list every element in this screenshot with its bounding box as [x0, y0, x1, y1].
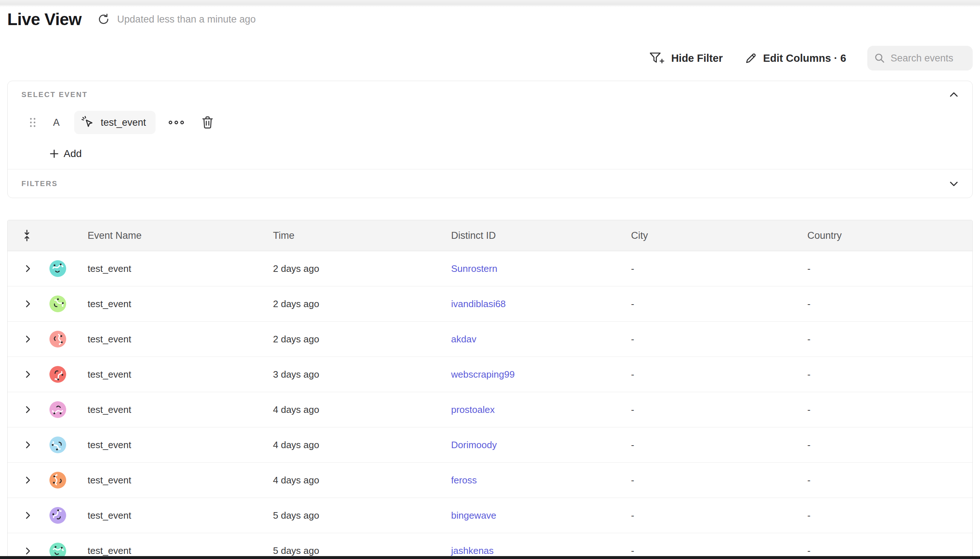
select-event-label: SELECT EVENT [21, 91, 88, 99]
expand-row-button[interactable] [8, 299, 44, 308]
distinct-id-link[interactable]: feross [451, 475, 477, 486]
distinct-id-link[interactable]: prostoalex [451, 404, 495, 415]
time-cell: 3 days ago [266, 369, 444, 380]
avatar[interactable] [50, 260, 66, 277]
search-box[interactable] [867, 46, 973, 71]
column-header-city: City [624, 230, 800, 241]
trash-icon [202, 116, 214, 129]
city-cell: - [624, 369, 800, 380]
city-cell: - [624, 510, 800, 521]
toolbar: Hide Filter Edit Columns · 6 [649, 45, 973, 71]
table-row[interactable]: test_event 2 days ago Sunrostern - - [8, 251, 972, 286]
table-row[interactable]: test_event 2 days ago akdav - - [8, 322, 972, 357]
avatar[interactable] [50, 507, 66, 524]
distinct-id-link[interactable]: akdav [451, 334, 476, 344]
expand-row-button[interactable] [8, 440, 44, 449]
country-cell: - [800, 475, 972, 486]
add-event-button[interactable]: Add [50, 146, 82, 162]
hide-filter-label: Hide Filter [671, 52, 723, 64]
table-row[interactable]: test_event 3 days ago webscraping99 - - [8, 357, 972, 392]
avatar[interactable] [50, 366, 66, 383]
avatar-face [50, 331, 66, 347]
updated-status: Updated less than a minute ago [117, 14, 256, 25]
distinct-id-link[interactable]: jashkenas [451, 545, 494, 556]
collapse-vertical-icon [22, 229, 31, 242]
country-cell: - [800, 334, 972, 345]
city-cell: - [624, 475, 800, 486]
event-name-cell: test_event [80, 404, 266, 415]
time-cell: 2 days ago [266, 298, 444, 310]
distinct-id-link[interactable]: ivandiblasi68 [451, 298, 506, 309]
expand-row-button[interactable] [8, 547, 44, 556]
plus-icon [50, 149, 59, 159]
column-header-distinct-id: Distinct ID [444, 230, 624, 241]
city-cell: - [624, 404, 800, 415]
filter-plus-icon [649, 51, 666, 65]
country-cell: - [800, 545, 972, 556]
event-name-cell: test_event [80, 298, 266, 310]
cursor-click-icon [81, 115, 95, 130]
avatar-face [50, 437, 66, 453]
expand-filters-button[interactable] [948, 179, 960, 189]
avatar[interactable] [50, 472, 66, 488]
collapse-all-button[interactable] [8, 229, 44, 242]
expand-row-button[interactable] [8, 370, 44, 379]
expand-row-button[interactable] [8, 335, 44, 344]
table-row[interactable]: test_event 2 days ago ivandiblasi68 - - [8, 286, 972, 322]
chevron-right-icon [25, 476, 31, 485]
refresh-icon [97, 13, 110, 26]
country-cell: - [800, 510, 972, 521]
distinct-id-link[interactable]: webscraping99 [451, 369, 515, 380]
avatar[interactable] [50, 401, 66, 418]
table-header: Event Name Time Distinct ID City Country [8, 220, 972, 251]
country-cell: - [800, 263, 972, 275]
distinct-id-link[interactable]: Dorimoody [451, 440, 497, 450]
table-row[interactable]: test_event 4 days ago prostoalex - - [8, 392, 972, 427]
bottom-bar [0, 556, 980, 559]
table-row[interactable]: test_event 4 days ago Dorimoody - - [8, 427, 972, 463]
city-cell: - [624, 263, 800, 275]
chevron-right-icon [25, 299, 31, 308]
avatar[interactable] [50, 296, 66, 312]
avatar-face [50, 507, 66, 524]
more-options-button[interactable] [166, 118, 187, 127]
time-cell: 5 days ago [266, 510, 444, 521]
events-table: Event Name Time Distinct ID City Country [7, 220, 973, 559]
table-row[interactable]: test_event 5 days ago bingewave - - [8, 498, 972, 533]
avatar[interactable] [50, 437, 66, 453]
drag-handle[interactable] [29, 116, 37, 129]
chevron-right-icon [25, 547, 31, 556]
avatar[interactable] [50, 331, 66, 347]
chevron-up-icon [949, 91, 959, 98]
expand-row-button[interactable] [8, 405, 44, 414]
refresh-button[interactable] [97, 12, 111, 26]
collapse-section-button[interactable] [948, 90, 960, 99]
time-cell: 2 days ago [266, 263, 444, 275]
event-step-letter: A [53, 117, 59, 128]
time-cell: 4 days ago [266, 404, 444, 415]
chevron-down-icon [949, 181, 959, 187]
column-header-event-name: Event Name [80, 230, 266, 241]
search-input[interactable] [891, 53, 963, 64]
chevron-right-icon [25, 511, 31, 520]
three-dots-icon [168, 120, 185, 125]
event-name-cell: test_event [80, 369, 266, 380]
distinct-id-link[interactable]: Sunrostern [451, 263, 497, 274]
table-row[interactable]: test_event 5 days ago jashkenas - - [8, 533, 972, 559]
time-cell: 2 days ago [266, 334, 444, 345]
time-cell: 5 days ago [266, 545, 444, 556]
chevron-right-icon [25, 370, 31, 379]
time-cell: 4 days ago [266, 475, 444, 486]
delete-event-button[interactable] [200, 114, 215, 131]
expand-row-button[interactable] [8, 511, 44, 520]
distinct-id-link[interactable]: bingewave [451, 510, 496, 521]
country-cell: - [800, 298, 972, 310]
edit-columns-button[interactable]: Edit Columns · 6 [744, 51, 846, 65]
table-row[interactable]: test_event 4 days ago feross - - [8, 463, 972, 498]
edit-columns-label: Edit Columns · 6 [763, 52, 846, 64]
hide-filter-button[interactable]: Hide Filter [649, 51, 723, 65]
expand-row-button[interactable] [8, 264, 44, 273]
avatar-face [50, 401, 66, 418]
expand-row-button[interactable] [8, 476, 44, 485]
event-select-pill[interactable]: test_event [74, 111, 155, 134]
